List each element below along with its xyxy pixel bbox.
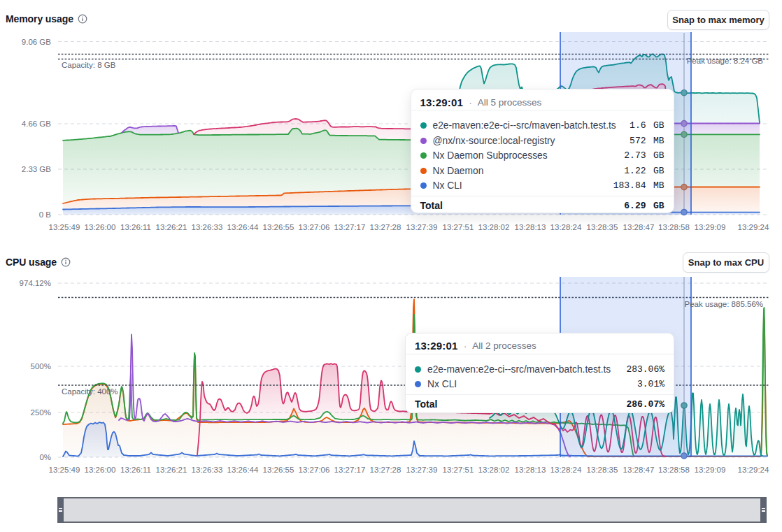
svg-text:13:27:06: 13:27:06 [299, 466, 330, 474]
svg-text:13:28:58: 13:28:58 [658, 466, 690, 474]
svg-text:13:27:39: 13:27:39 [406, 223, 438, 231]
svg-text:13:27:17: 13:27:17 [334, 466, 366, 474]
svg-text:13:27:39: 13:27:39 [406, 466, 438, 474]
svg-text:13:29:09: 13:29:09 [695, 223, 726, 231]
svg-text:Peak usage: 8.24 GB: Peak usage: 8.24 GB [687, 57, 764, 65]
svg-text:13:26:11: 13:26:11 [120, 223, 151, 231]
svg-text:250%: 250% [31, 408, 51, 417]
svg-text:500%: 500% [31, 362, 51, 371]
svg-text:13:28:35: 13:28:35 [587, 466, 618, 474]
svg-text:13:27:28: 13:27:28 [370, 223, 401, 231]
svg-text:974.12%: 974.12% [20, 279, 51, 287]
svg-text:13:26:55: 13:26:55 [263, 466, 294, 474]
svg-text:13:28:13: 13:28:13 [515, 223, 546, 231]
svg-text:13:26:44: 13:26:44 [227, 466, 259, 474]
svg-text:Peak usage: 885.56%: Peak usage: 885.56% [684, 300, 763, 308]
svg-text:0%: 0% [39, 453, 51, 461]
svg-text:0 B: 0 B [39, 210, 52, 219]
svg-text:13:27:51: 13:27:51 [443, 223, 474, 231]
svg-text:13:26:55: 13:26:55 [263, 223, 294, 231]
svg-text:13:28:47: 13:28:47 [623, 223, 655, 231]
svg-text:13:27:28: 13:27:28 [370, 466, 401, 474]
svg-text:13:28:35: 13:28:35 [587, 223, 618, 231]
svg-text:13:29:24: 13:29:24 [738, 223, 769, 231]
svg-text:13:26:00: 13:26:00 [85, 223, 116, 231]
svg-text:13:26:33: 13:26:33 [192, 466, 223, 474]
svg-text:Capacity: 8 GB: Capacity: 8 GB [62, 61, 116, 69]
svg-text:13:26:11: 13:26:11 [120, 466, 151, 474]
svg-text:2.33 GB: 2.33 GB [22, 165, 52, 173]
svg-text:13:26:44: 13:26:44 [227, 223, 259, 231]
svg-text:13:28:02: 13:28:02 [478, 466, 510, 474]
svg-text:13:27:17: 13:27:17 [334, 223, 366, 231]
svg-text:13:25:49: 13:25:49 [49, 223, 80, 231]
svg-text:13:26:21: 13:26:21 [156, 223, 187, 231]
svg-text:13:28:24: 13:28:24 [550, 223, 582, 231]
svg-text:13:28:58: 13:28:58 [658, 223, 690, 231]
svg-text:13:27:06: 13:27:06 [299, 223, 330, 231]
svg-text:13:26:33: 13:26:33 [192, 223, 223, 231]
svg-text:Capacity: 400%: Capacity: 400% [62, 387, 118, 396]
svg-text:13:28:13: 13:28:13 [515, 466, 546, 474]
svg-text:13:28:02: 13:28:02 [478, 223, 510, 231]
svg-text:13:29:09: 13:29:09 [695, 466, 726, 474]
svg-text:13:25:49: 13:25:49 [49, 466, 80, 474]
svg-text:4.66 GB: 4.66 GB [22, 120, 52, 128]
svg-text:13:27:51: 13:27:51 [443, 466, 474, 474]
svg-text:13:28:24: 13:28:24 [550, 466, 582, 474]
svg-text:13:28:47: 13:28:47 [623, 466, 655, 474]
svg-text:13:26:00: 13:26:00 [85, 466, 116, 474]
svg-text:13:29:24: 13:29:24 [738, 466, 769, 474]
svg-text:13:26:21: 13:26:21 [156, 466, 187, 474]
svg-text:9.06 GB: 9.06 GB [22, 38, 52, 46]
